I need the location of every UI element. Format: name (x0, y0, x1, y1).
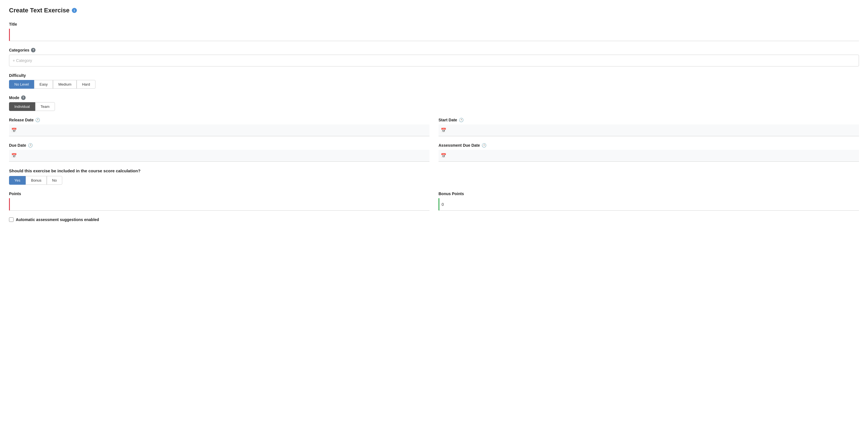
categories-placeholder: + Category (13, 58, 32, 63)
difficulty-label-text: Difficulty (9, 73, 26, 78)
score-calc-group: Should this exercise be included in the … (9, 168, 859, 185)
assessment-due-date-calendar-icon: 📅 (441, 153, 446, 158)
categories-input[interactable]: + Category (9, 55, 859, 66)
points-input-wrapper (9, 198, 430, 211)
score-btn-no[interactable]: No (47, 176, 62, 185)
start-date-label: Start Date 🕐 (438, 118, 859, 122)
release-date-group: Release Date 🕐 📅 (9, 118, 430, 136)
start-date-group: Start Date 🕐 📅 (438, 118, 859, 136)
score-btn-group: Yes Bonus No (9, 176, 859, 185)
title-input[interactable] (10, 29, 859, 40)
release-date-label: Release Date 🕐 (9, 118, 430, 122)
difficulty-label: Difficulty (9, 73, 859, 78)
mode-btn-individual[interactable]: Individual (9, 102, 35, 111)
mode-help-icon[interactable]: ? (21, 95, 26, 100)
points-label-text: Points (9, 191, 21, 196)
points-row: Points Bonus Points (9, 191, 859, 211)
title-label: Title (9, 22, 859, 27)
difficulty-btn-medium[interactable]: Medium (53, 80, 76, 89)
auto-assessment-row: Automatic assessment suggestions enabled (9, 217, 859, 222)
score-btn-bonus[interactable]: Bonus (26, 176, 47, 185)
mode-field-group: Mode ? Individual Team (9, 95, 859, 111)
categories-field-group: Categories ? + Category (9, 48, 859, 66)
categories-help-icon[interactable]: ? (31, 48, 35, 52)
dates-row-1: Release Date 🕐 📅 Start Date 🕐 📅 (9, 118, 859, 136)
start-date-label-text: Start Date (438, 118, 457, 122)
points-label: Points (9, 191, 430, 196)
release-date-calendar-icon: 📅 (11, 128, 17, 133)
release-date-clock-icon: 🕐 (35, 118, 40, 122)
start-date-clock-icon: 🕐 (459, 118, 464, 122)
page-title-text: Create Text Exercise (9, 7, 69, 14)
due-date-calendar-icon: 📅 (11, 153, 17, 158)
bonus-points-input[interactable] (439, 198, 859, 210)
mode-label: Mode ? (9, 95, 859, 100)
title-input-wrapper (9, 29, 859, 41)
bonus-points-label: Bonus Points (438, 191, 859, 196)
points-input[interactable] (10, 198, 430, 210)
categories-label-text: Categories (9, 48, 29, 52)
release-date-input[interactable]: 📅 (9, 124, 430, 136)
score-btn-yes[interactable]: Yes (9, 176, 26, 185)
score-question-text: Should this exercise be included in the … (9, 168, 859, 173)
dates-row-2: Due Date 🕐 📅 Assessment Due Date 🕐 📅 (9, 143, 859, 162)
auto-assessment-checkbox[interactable] (9, 217, 13, 222)
difficulty-btn-group: No Level Easy Medium Hard (9, 80, 859, 89)
title-field-group: Title (9, 22, 859, 41)
points-group: Points (9, 191, 430, 211)
difficulty-btn-hard[interactable]: Hard (76, 80, 95, 89)
difficulty-btn-nolevel[interactable]: No Level (9, 80, 34, 89)
mode-label-text: Mode (9, 95, 20, 100)
mode-btn-group: Individual Team (9, 102, 859, 111)
bonus-points-label-text: Bonus Points (438, 191, 464, 196)
due-date-label: Due Date 🕐 (9, 143, 430, 148)
assessment-due-date-label: Assessment Due Date 🕐 (438, 143, 859, 148)
due-date-label-text: Due Date (9, 143, 26, 148)
release-date-label-text: Release Date (9, 118, 33, 122)
due-date-input[interactable]: 📅 (9, 150, 430, 162)
difficulty-btn-easy[interactable]: Easy (34, 80, 53, 89)
assessment-due-date-input[interactable]: 📅 (438, 150, 859, 162)
start-date-input[interactable]: 📅 (438, 124, 859, 136)
difficulty-field-group: Difficulty No Level Easy Medium Hard (9, 73, 859, 89)
due-date-group: Due Date 🕐 📅 (9, 143, 430, 162)
start-date-calendar-icon: 📅 (441, 128, 446, 133)
title-label-text: Title (9, 22, 17, 27)
categories-label: Categories ? (9, 48, 859, 52)
due-date-clock-icon: 🕐 (28, 143, 33, 148)
auto-assessment-label: Automatic assessment suggestions enabled (16, 217, 99, 222)
mode-btn-team[interactable]: Team (35, 102, 55, 111)
bonus-points-group: Bonus Points (438, 191, 859, 211)
assessment-due-date-group: Assessment Due Date 🕐 📅 (438, 143, 859, 162)
assessment-due-date-label-text: Assessment Due Date (438, 143, 480, 148)
page-title-row: Create Text Exercise i (9, 7, 859, 14)
bonus-points-input-wrapper (438, 198, 859, 211)
assessment-due-date-clock-icon: 🕐 (482, 143, 486, 148)
page-info-icon[interactable]: i (72, 8, 77, 13)
